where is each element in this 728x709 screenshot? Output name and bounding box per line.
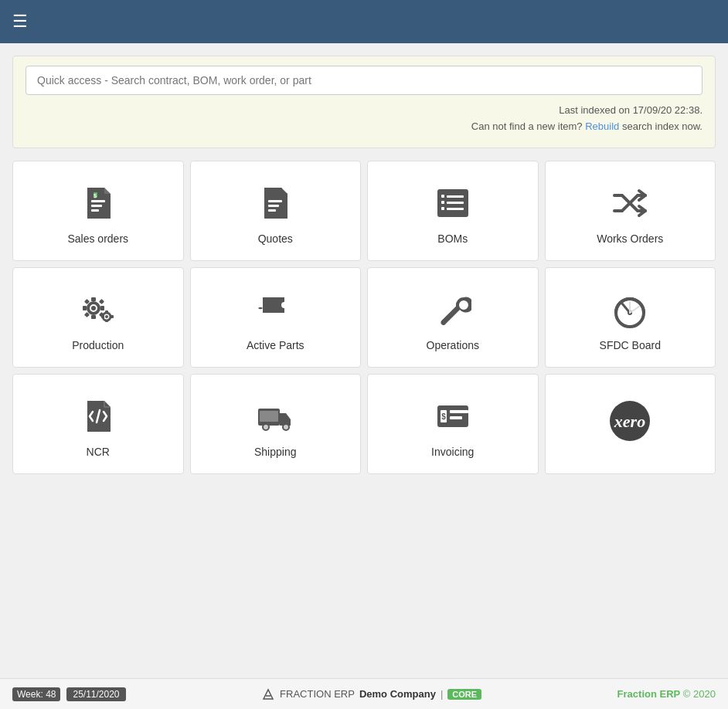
svg-rect-11 bbox=[441, 201, 444, 204]
shipping-icon bbox=[255, 396, 295, 436]
search-container: Last indexed on 17/09/20 22:38. Can not … bbox=[12, 56, 716, 148]
tiles-grid: $ Sales orders Quotes bbox=[12, 161, 716, 474]
app-footer: Week: 48 25/11/2020 FRACTION ERP Demo Co… bbox=[0, 678, 728, 709]
app-header: ☰ bbox=[0, 0, 728, 43]
svg-rect-12 bbox=[447, 202, 464, 204]
works-orders-icon bbox=[610, 183, 650, 223]
operations-icon bbox=[433, 290, 473, 330]
search-index-text: search index now. bbox=[622, 120, 702, 132]
core-badge: CORE bbox=[447, 689, 481, 700]
svg-rect-29 bbox=[101, 315, 104, 318]
fraction-erp-footer-label: FRACTION ERP bbox=[280, 688, 355, 700]
search-input[interactable] bbox=[26, 66, 702, 95]
svg-text:$: $ bbox=[441, 412, 446, 421]
svg-rect-6 bbox=[268, 205, 279, 207]
svg-point-31 bbox=[441, 320, 445, 324]
svg-line-36 bbox=[630, 307, 639, 313]
sfdc-board-label: SFDC Board bbox=[600, 339, 661, 351]
footer-center: FRACTION ERP Demo Company | CORE bbox=[261, 687, 481, 701]
svg-rect-30 bbox=[111, 315, 114, 318]
svg-rect-45 bbox=[450, 416, 462, 419]
svg-rect-27 bbox=[105, 310, 108, 314]
quotes-icon bbox=[255, 183, 295, 223]
footer-left: Week: 48 25/11/2020 bbox=[12, 687, 126, 701]
svg-point-26 bbox=[105, 315, 108, 318]
svg-rect-17 bbox=[91, 297, 96, 301]
week-badge: Week: 48 bbox=[12, 687, 60, 701]
tile-xero[interactable]: xero bbox=[545, 374, 716, 474]
svg-rect-14 bbox=[447, 208, 464, 210]
svg-rect-44 bbox=[450, 410, 468, 413]
active-parts-icon bbox=[255, 290, 295, 330]
boms-icon bbox=[433, 183, 473, 223]
svg-text:$: $ bbox=[94, 193, 97, 199]
svg-rect-22 bbox=[99, 299, 104, 304]
tile-shipping[interactable]: Shipping bbox=[190, 374, 362, 474]
production-label: Production bbox=[72, 339, 124, 351]
works-orders-label: Works Orders bbox=[597, 232, 663, 245]
production-icon bbox=[78, 290, 118, 330]
tile-active-parts[interactable]: Active Parts bbox=[190, 267, 362, 368]
main-content: Last indexed on 17/09/20 22:38. Can not … bbox=[0, 43, 728, 678]
svg-rect-9 bbox=[441, 195, 444, 198]
svg-rect-2 bbox=[91, 209, 99, 212]
date-badge: 25/11/2020 bbox=[66, 687, 125, 701]
company-label: Demo Company bbox=[359, 688, 436, 700]
active-parts-label: Active Parts bbox=[247, 339, 304, 351]
operations-label: Operations bbox=[427, 339, 479, 351]
tile-quotes[interactable]: Quotes bbox=[190, 161, 362, 261]
tile-production[interactable]: Production bbox=[12, 267, 184, 368]
svg-rect-10 bbox=[447, 195, 464, 198]
copyright-text: © 2020 bbox=[683, 688, 716, 700]
tile-operations[interactable]: Operations bbox=[367, 267, 539, 368]
quotes-label: Quotes bbox=[258, 232, 293, 245]
ncr-label: NCR bbox=[87, 446, 110, 458]
shipping-label: Shipping bbox=[254, 446, 297, 458]
svg-point-39 bbox=[263, 424, 269, 430]
tile-works-orders[interactable]: Works Orders bbox=[545, 161, 716, 261]
search-meta: Last indexed on 17/09/20 22:38. Can not … bbox=[26, 103, 702, 135]
sfdc-board-icon bbox=[610, 290, 650, 330]
xero-icon: xero bbox=[610, 401, 650, 444]
tile-sales-orders[interactable]: $ Sales orders bbox=[12, 161, 184, 261]
svg-point-40 bbox=[283, 424, 289, 430]
svg-text:xero: xero bbox=[614, 412, 645, 431]
svg-rect-0 bbox=[91, 200, 105, 202]
boms-label: BOMs bbox=[437, 232, 468, 245]
fraction-logo-icon bbox=[261, 687, 275, 701]
ncr-icon bbox=[78, 396, 118, 436]
hamburger-menu-button[interactable]: ☰ bbox=[12, 13, 28, 30]
brand-name: Fraction ERP bbox=[617, 688, 681, 700]
tile-boms[interactable]: BOMs bbox=[367, 161, 539, 261]
index-date-text: Last indexed on 17/09/20 22:38. bbox=[559, 104, 702, 116]
svg-rect-18 bbox=[91, 315, 96, 319]
svg-rect-19 bbox=[83, 306, 87, 310]
svg-rect-20 bbox=[100, 306, 104, 310]
svg-rect-13 bbox=[441, 207, 444, 210]
not-found-text: Can not find a new item? bbox=[471, 120, 583, 132]
svg-rect-7 bbox=[268, 209, 276, 212]
tile-sfdc-board[interactable]: SFDC Board bbox=[545, 267, 716, 368]
svg-rect-41 bbox=[260, 411, 278, 422]
svg-rect-5 bbox=[268, 200, 282, 202]
svg-marker-49 bbox=[264, 690, 273, 699]
invoicing-icon: $ bbox=[433, 396, 473, 436]
sales-orders-label: Sales orders bbox=[67, 232, 128, 245]
footer-right: Fraction ERP © 2020 bbox=[617, 688, 716, 700]
tile-invoicing[interactable]: $ Invoicing bbox=[367, 374, 539, 474]
svg-rect-28 bbox=[105, 320, 108, 322]
svg-point-16 bbox=[91, 306, 96, 310]
invoicing-label: Invoicing bbox=[431, 446, 474, 458]
rebuild-link[interactable]: Rebuild bbox=[585, 120, 619, 132]
tile-ncr[interactable]: NCR bbox=[12, 374, 184, 474]
sales-orders-icon: $ bbox=[78, 183, 118, 223]
svg-rect-1 bbox=[91, 205, 102, 207]
